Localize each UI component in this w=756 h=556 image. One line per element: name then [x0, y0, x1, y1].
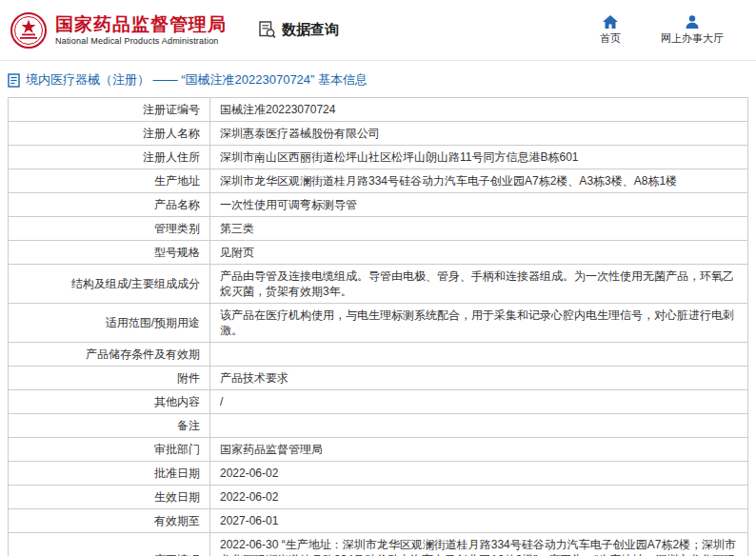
row-value-text: 深圳市龙华区观澜街道桂月路334号硅谷动力汽车电子创业园A7栋2楼、A3栋3楼、… — [220, 174, 677, 188]
table-row: 有效期至2027-06-01 — [9, 509, 748, 533]
row-label: 注册人名称 — [9, 122, 210, 146]
row-value: 国械注准20223070724 — [210, 98, 748, 122]
row-label: 附件 — [9, 367, 210, 390]
row-value-text: 一次性使用可调弯标测导管 — [220, 198, 357, 211]
row-value: 国家药品监督管理局 — [210, 438, 748, 462]
person-icon — [686, 15, 699, 29]
row-label: 型号规格 — [9, 241, 210, 265]
row-label: 批准日期 — [9, 462, 210, 486]
row-label-text: 产品名称 — [154, 198, 200, 211]
row-value: 2027-06-01 — [210, 509, 748, 533]
table-row: 批准日期2022-06-02 — [9, 462, 748, 486]
row-label-text: 审批部门 — [154, 443, 200, 456]
row-value-text: 产品技术要求 — [220, 371, 288, 385]
row-value-text: / — [220, 395, 223, 408]
table-row: 生产地址深圳市龙华区观澜街道桂月路334号硅谷动力汽车电子创业园A7栋2楼、A3… — [9, 169, 748, 193]
row-value: 产品由导管及连接电缆组成。导管由电极、管身、手柄和连接器组成。为一次性使用无菌产… — [210, 265, 748, 304]
row-value: 2022-06-30 “生产地址：深圳市龙华区观澜街道桂月路334号硅谷动力汽车… — [210, 533, 748, 556]
table-row: 产品名称一次性使用可调弯标测导管 — [9, 193, 748, 217]
row-label-text: 生效日期 — [154, 490, 200, 504]
data-query-tab[interactable]: 数据查询 — [259, 21, 339, 39]
row-value: 该产品在医疗机构使用，与电生理标测系统配合，用于采集和记录心腔内电生理信号，对心… — [210, 304, 748, 343]
agency-logo[interactable]: 国家药品监督管理局 National Medical Products Admi… — [10, 11, 227, 50]
table-row: 适用范围/预期用途该产品在医疗机构使用，与电生理标测系统配合，用于采集和记录心腔… — [9, 304, 748, 343]
row-label-text: 其他内容 — [154, 395, 200, 408]
row-label-text: 备注 — [177, 419, 200, 432]
row-value-text: 国家药品监督管理局 — [220, 443, 323, 456]
table-row: 其他内容/ — [9, 390, 748, 414]
row-label: 有效期至 — [9, 509, 210, 533]
national-emblem-icon — [10, 11, 48, 50]
row-value-text: 见附页 — [220, 246, 254, 259]
row-label-text: 型号规格 — [154, 246, 200, 259]
row-value-text: 2022-06-30 “生产地址：深圳市龙华区观澜街道桂月路334号硅谷动力汽车… — [220, 538, 736, 556]
row-label: 注册人住所 — [9, 146, 210, 169]
table-row: 生效日期2022-06-02 — [9, 486, 748, 509]
table-row: 变更情况2022-06-30 “生产地址：深圳市龙华区观澜街道桂月路334号硅谷… — [9, 533, 748, 556]
row-value: 第三类 — [210, 217, 748, 241]
row-value: 一次性使用可调弯标测导管 — [210, 193, 748, 217]
home-icon — [603, 15, 618, 29]
row-label: 备注 — [9, 414, 210, 438]
page-title-text: 境内医疗器械（注册） —— “国械注准20223070724” 基本信息 — [26, 71, 368, 89]
row-value: 2022-06-02 — [210, 462, 748, 486]
row-label-text: 管理类别 — [154, 222, 200, 235]
row-label-text: 适用范围/预期用途 — [106, 316, 200, 329]
table-row: 备注 — [9, 414, 748, 438]
row-label: 适用范围/预期用途 — [9, 304, 210, 343]
row-label: 产品储存条件及有效期 — [9, 343, 210, 367]
table-row: 产品储存条件及有效期 — [9, 343, 748, 367]
row-label: 注册证编号 — [9, 98, 210, 122]
row-label: 产品名称 — [9, 193, 210, 217]
nav-service-hall[interactable]: 网上办事大厅 — [661, 15, 724, 46]
document-search-icon — [259, 21, 276, 39]
data-query-label: 数据查询 — [282, 21, 339, 39]
site-header: 国家药品监督管理局 National Medical Products Admi… — [0, 0, 756, 61]
nav-home[interactable]: 首页 — [594, 15, 627, 46]
nav-home-label: 首页 — [600, 31, 621, 46]
row-value-text: 2022-06-02 — [220, 467, 278, 480]
row-label: 管理类别 — [9, 217, 210, 241]
table-row: 审批部门国家药品监督管理局 — [9, 438, 748, 462]
row-label: 生产地址 — [9, 169, 210, 193]
table-row: 注册证编号国械注准20223070724 — [9, 98, 748, 122]
row-value: 深圳市南山区西丽街道松坪山社区松坪山朗山路11号同方信息港B栋601 — [210, 146, 748, 169]
row-value — [210, 414, 748, 438]
document-icon — [8, 73, 20, 88]
row-label-text: 产品储存条件及有效期 — [86, 348, 200, 361]
row-value-text: 第三类 — [220, 222, 254, 235]
table-row: 型号规格见附页 — [9, 241, 748, 265]
row-value-text: 深圳市南山区西丽街道松坪山社区松坪山朗山路11号同方信息港B栋601 — [220, 150, 578, 164]
row-label: 结构及组成/主要组成成分 — [9, 265, 210, 304]
row-label-text: 生产地址 — [154, 174, 200, 188]
agency-name-cn: 国家药品监督管理局 — [55, 15, 227, 34]
table-row: 附件产品技术要求 — [9, 367, 748, 390]
top-nav: 首页 网上办事大厅 — [594, 15, 737, 46]
row-label-text: 批准日期 — [154, 467, 200, 480]
row-label-text: 注册人住所 — [143, 150, 200, 164]
page-title: 境内医疗器械（注册） —— “国械注准20223070724” 基本信息 — [0, 61, 756, 97]
row-label-text: 注册证编号 — [143, 103, 200, 116]
row-value-text: 产品由导管及连接电缆组成。导管由电极、管身、手柄和连接器组成。为一次性使用无菌产… — [220, 269, 734, 298]
row-value: / — [210, 390, 748, 414]
row-value-text: 该产品在医疗机构使用，与电生理标测系统配合，用于采集和记录心腔内电生理信号，对心… — [220, 308, 734, 337]
row-label: 审批部门 — [9, 438, 210, 462]
row-label: 生效日期 — [9, 486, 210, 509]
table-row: 管理类别第三类 — [9, 217, 748, 241]
nav-service-hall-label: 网上办事大厅 — [661, 31, 724, 46]
info-table: 注册证编号国械注准20223070724注册人名称深圳惠泰医疗器械股份有限公司注… — [8, 97, 748, 556]
row-value: 深圳惠泰医疗器械股份有限公司 — [210, 122, 748, 146]
row-label: 其他内容 — [9, 390, 210, 414]
row-label-text: 附件 — [177, 371, 200, 385]
row-value: 2022-06-02 — [210, 486, 748, 509]
row-value: 产品技术要求 — [210, 367, 748, 390]
info-table-body: 注册证编号国械注准20223070724注册人名称深圳惠泰医疗器械股份有限公司注… — [9, 98, 748, 556]
row-label: 变更情况 — [9, 533, 210, 556]
table-row: 注册人住所深圳市南山区西丽街道松坪山社区松坪山朗山路11号同方信息港B栋601 — [9, 146, 748, 169]
row-value: 见附页 — [210, 241, 748, 265]
table-row: 注册人名称深圳惠泰医疗器械股份有限公司 — [9, 122, 748, 146]
row-label-text: 注册人名称 — [143, 127, 200, 140]
table-row: 结构及组成/主要组成成分产品由导管及连接电缆组成。导管由电极、管身、手柄和连接器… — [9, 265, 748, 304]
row-value-text: 2022-06-02 — [220, 490, 278, 504]
row-value-text: 深圳惠泰医疗器械股份有限公司 — [220, 127, 380, 140]
